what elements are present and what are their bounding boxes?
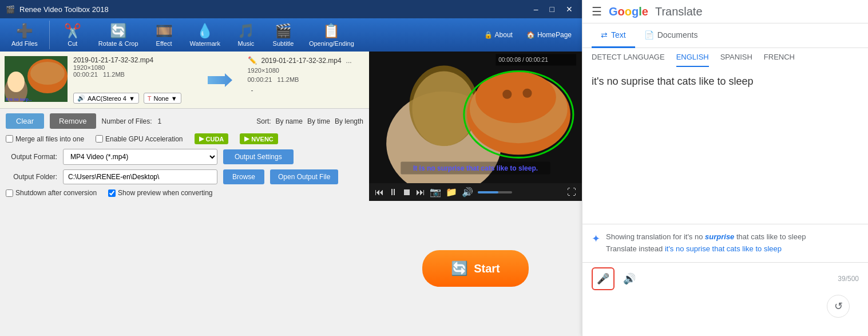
output-format-select[interactable]: MP4 Video (*.mp4)	[63, 149, 217, 165]
correction-text: it's no surprise that cats like to sleep	[684, 232, 806, 241]
toolbar: ➕ Add Files ✂️ Cut 🔄 Rotate & Crop 🎞️ Ef…	[0, 18, 582, 52]
audio-icon: 🔊	[77, 94, 85, 102]
lang-english[interactable]: ENGLISH	[676, 53, 709, 67]
camera-button[interactable]: 📷	[430, 187, 441, 197]
toolbar-opening-ending[interactable]: 📋 Opening/Ending	[303, 21, 360, 49]
restore-button[interactable]: □	[546, 3, 558, 15]
lang-detect[interactable]: DETECT LANGUAGE	[592, 53, 665, 67]
cut-icon: ✂️	[64, 23, 81, 39]
merge-checkbox-label[interactable]: Merge all files into one	[6, 135, 84, 143]
show-preview-checkbox-label[interactable]: Show preview when converting	[108, 189, 212, 197]
file-info-output: ✏️ 2019-01-21-17-32-32.mp4 ... 1920×1080…	[248, 56, 365, 104]
toolbar-subtitle[interactable]: 🎬 Subtitle	[266, 21, 300, 49]
history-button[interactable]: ↺	[827, 295, 850, 318]
char-count: 39/500	[838, 275, 859, 283]
toolbar-music[interactable]: 🎵 Music	[229, 21, 263, 49]
input-text-display: it's no suprise that cats like to sleep	[592, 74, 859, 108]
audio-select[interactable]: 🔊 AAC(Stereo 4 ▼	[73, 93, 139, 104]
output-extra: ...	[346, 57, 352, 65]
add-files-icon: ➕	[16, 23, 33, 39]
text-select[interactable]: T None ▼	[144, 93, 181, 104]
suggestion-text: Showing translation for it's no surprise…	[606, 231, 806, 255]
stop-button[interactable]: ⏹	[402, 187, 411, 197]
clear-button[interactable]: Clear	[6, 113, 44, 129]
convert-arrow	[196, 56, 242, 104]
gpu-checkbox-label[interactable]: Enable GPU Acceleration	[96, 135, 183, 143]
tab-text[interactable]: ⇄ Text	[592, 23, 635, 48]
translate-icon: ⇄	[601, 30, 608, 39]
shutdown-checkbox-label[interactable]: Shutdown after conversion	[6, 189, 97, 197]
microphone-button[interactable]: 🎤	[592, 267, 615, 290]
svg-text:It is no surprise that cats li: It is no surprise that cats like to slee…	[413, 165, 538, 173]
skip-back-button[interactable]: ⏮	[375, 187, 384, 197]
video-preview: It is no surprise that cats like to slee…	[369, 52, 582, 183]
toolbar-add-files[interactable]: ➕ Add Files	[6, 21, 43, 49]
text-icon: T	[148, 95, 152, 102]
file-info-source: 2019-01-21-17-32-32.mp4 1920×1080 00:00:…	[73, 56, 191, 104]
open-output-button[interactable]: Open Output File	[270, 169, 338, 184]
skip-forward-button[interactable]: ⏭	[416, 187, 425, 197]
sort-label: Sort:	[256, 117, 271, 125]
toolbar-watermark[interactable]: 💧 Watermark	[184, 21, 226, 49]
about-button[interactable]: 🔒 About	[479, 29, 517, 41]
nvenc-badge: ▶ NVENC	[240, 133, 278, 144]
chevron-down-icon: ▼	[171, 95, 177, 102]
homepage-button[interactable]: 🏠 HomePage	[522, 29, 576, 41]
minimize-button[interactable]: –	[530, 3, 542, 15]
remove-button[interactable]: Remove	[50, 113, 96, 129]
edit-icon: ✏️	[248, 56, 257, 65]
speaker-button[interactable]: 🔊	[619, 268, 640, 289]
file-list: It is no surp... 2019-01-21-17-32-32.mp4…	[0, 52, 369, 109]
rotate-icon: 🔄	[110, 23, 127, 39]
toolbar-rotate-crop[interactable]: 🔄 Rotate & Crop	[93, 21, 144, 49]
start-button[interactable]: 🔄 Start	[422, 250, 529, 287]
pause-button[interactable]: ⏸	[389, 187, 398, 197]
volume-slider[interactable]	[478, 191, 512, 193]
output-settings-button[interactable]: Output Settings	[223, 149, 294, 164]
svg-text:It is no surp...: It is no surp...	[6, 97, 32, 102]
home-icon: 🏠	[526, 31, 535, 39]
title-bar: 🎬 Renee Video Toolbox 2018 – □ ✕	[0, 0, 582, 18]
folder-button[interactable]: 📁	[446, 187, 457, 197]
toolbar-separator	[49, 21, 50, 49]
bold-correction-link[interactable]: surprise	[705, 232, 734, 241]
opening-ending-icon: 📋	[323, 23, 340, 39]
language-tabs: DETECT LANGUAGE ENGLISH SPANISH FRENCH	[582, 48, 868, 67]
output-filename: 2019-01-21-17-32-32.mp4	[261, 57, 342, 65]
fullscreen-button[interactable]: ⛶	[567, 187, 576, 197]
toolbar-cut[interactable]: ✂️ Cut	[56, 21, 90, 49]
shutdown-checkbox[interactable]	[6, 189, 13, 197]
close-button[interactable]: ✕	[562, 3, 576, 15]
gpu-checkbox[interactable]	[96, 135, 103, 143]
lang-french[interactable]: FRENCH	[764, 53, 795, 67]
show-preview-checkbox[interactable]	[108, 189, 116, 197]
lang-spanish[interactable]: SPANISH	[720, 53, 752, 67]
history-icon: ↺	[834, 300, 843, 313]
file-thumbnail: It is no surp...	[5, 56, 68, 102]
toolbar-effect[interactable]: 🎞️ Effect	[147, 21, 181, 49]
volume-icon: 🔊	[462, 187, 473, 197]
svg-point-2	[30, 62, 65, 85]
gt-suggestion: ✦ Showing translation for it's no surpri…	[582, 224, 868, 262]
gt-input-area: it's no suprise that cats like to sleep	[582, 67, 868, 224]
output-folder-input[interactable]	[63, 169, 217, 184]
sort-by-name[interactable]: By name	[276, 117, 303, 125]
sort-by-time[interactable]: By time	[307, 117, 330, 125]
output-duration-size: 00:00:21 11.2MB	[248, 76, 365, 83]
subtitle-icon: 🎬	[275, 23, 292, 39]
chevron-down-icon: ▼	[129, 95, 135, 102]
speaker-icon: 🔊	[623, 272, 636, 285]
source-duration-size: 00:00:21 11.2MB	[73, 71, 191, 78]
gt-actions: 🎤 🔊 39/500	[582, 263, 868, 295]
svg-point-16	[522, 89, 532, 98]
translate-instead-label: Translate instead	[606, 244, 663, 253]
hamburger-menu-button[interactable]: ☰	[592, 5, 602, 18]
document-icon: 📄	[644, 30, 654, 39]
sort-by-length[interactable]: By length	[335, 117, 363, 125]
merge-checkbox[interactable]	[6, 135, 13, 143]
output-format-label: Output Format:	[6, 153, 57, 161]
browse-button[interactable]: Browse	[223, 169, 264, 184]
translate-instead-link[interactable]: it's no suprise that cats like to sleep	[665, 244, 782, 253]
output-folder-label: Output Folder:	[6, 173, 57, 181]
tab-documents[interactable]: 📄 Documents	[635, 23, 707, 48]
